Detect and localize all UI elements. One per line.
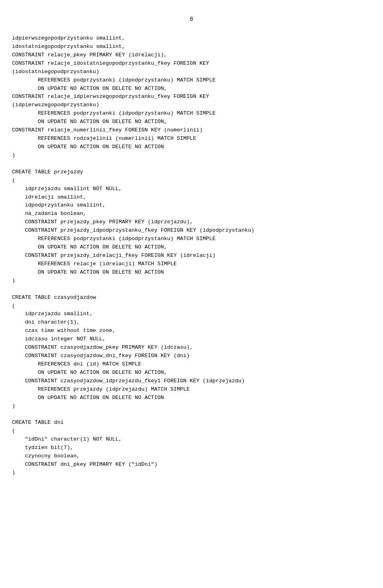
page-number: 8 <box>12 16 371 22</box>
code-content: idpierwszegopodprzystanku smallint, idos… <box>12 34 371 477</box>
